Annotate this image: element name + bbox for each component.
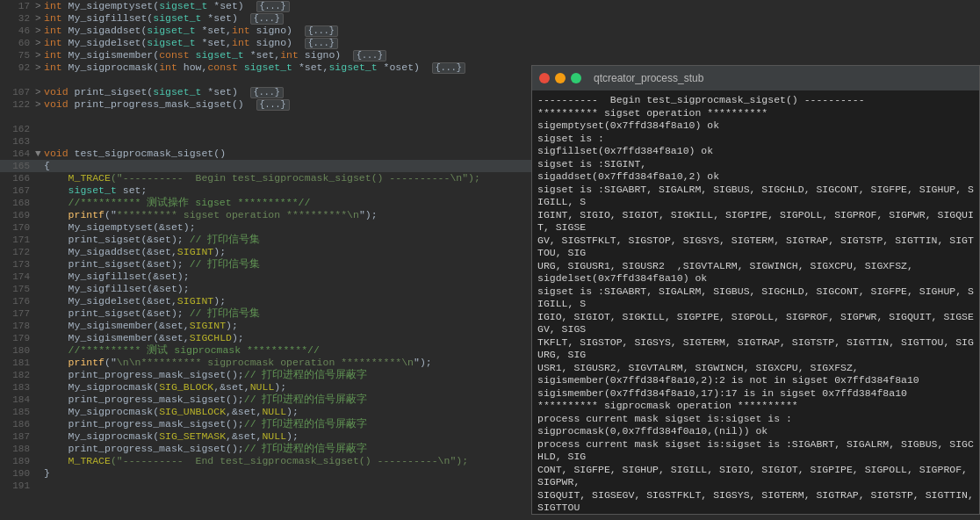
terminal-line: USR1, SIGUSR2, SIGVTALRM, SIGWINCH, SIGX…: [537, 362, 974, 375]
line-number: 191: [4, 480, 30, 492]
terminal-line: sigset is :SIGINT,: [537, 158, 974, 171]
line-content: M_TRACE("---------- Begin test_sigprocma…: [44, 172, 480, 184]
code-line: 173 print_sigset(&set); // 打印信号集: [0, 258, 531, 271]
code-line: 172 My_sigaddset(&set,SIGINT);: [0, 246, 531, 258]
line-number: 183: [4, 381, 30, 394]
terminal-line: sigprocmask(0,0x7ffd384f0a10,(nil)) ok: [537, 425, 974, 438]
code-line: 184 print_progress_mask_sigset();// 打印进程…: [0, 394, 531, 406]
line-number: 167: [4, 184, 30, 197]
code-line: 187 My_sigprocmask(SIG_SETMASK,&set,NULL…: [0, 430, 531, 443]
code-line: 186 print_progress_mask_sigset();// 打印进程…: [0, 418, 531, 430]
line-content: //********** 测试操作 sigset **********//: [44, 197, 310, 209]
line-number: 188: [4, 443, 30, 455]
fold-arrow[interactable]: >: [35, 98, 44, 111]
terminal-line: sigdelset(0x7ffd384f8a10) ok: [537, 272, 974, 285]
terminal-line: sigemptyset(0x7ffd384f8a10) ok: [537, 119, 974, 133]
line-content: printf("\n\n********** sigprocmask opera…: [44, 357, 432, 369]
line-content: print_sigset(&set); // 打印信号集: [44, 258, 260, 271]
code-line: 182 print_progress_mask_sigset();// 打印进程…: [0, 369, 531, 381]
code-line: 17>int My_sigemptyset(sigset_t *set) {..…: [0, 0, 531, 12]
line-number: 107: [4, 86, 30, 98]
line-content: My_sigismember(&set,SIGINT);: [44, 320, 238, 332]
terminal-line: IGINT, SIGIO, SIGIOT, SIGKILL, SIGPIPE, …: [537, 209, 974, 235]
terminal-line: ********** sigprocmask operation *******…: [537, 400, 974, 413]
terminal-line: TKFLT, SIGSTOP, SIGSYS, SIGTERM, SIGTRAP…: [537, 336, 974, 362]
line-number: 186: [4, 418, 30, 430]
terminal-line: sigset is :: [537, 133, 974, 146]
line-number: 163: [4, 135, 30, 148]
code-editor: 17>int My_sigemptyset(sigset_t *set) {..…: [0, 0, 531, 520]
line-number: 165: [4, 160, 30, 172]
code-line: 171 print_sigset(&set); // 打印信号集: [0, 234, 531, 246]
fold-arrow[interactable]: >: [35, 37, 44, 49]
fold-arrow[interactable]: >: [35, 49, 44, 61]
line-number: 179: [4, 332, 30, 344]
line-content: void print_progress_mask_sigset() {...}: [44, 98, 290, 112]
code-line: 180 //********** 测试 sigprocmask ********…: [0, 344, 531, 357]
fold-arrow[interactable]: ▼: [35, 148, 44, 160]
code-line: 174 My_sigfillset(&set);: [0, 271, 531, 283]
line-content: int My_sigdelset(sigset_t *set,int signo…: [44, 37, 338, 50]
line-content: print_progress_mask_sigset();// 打印进程的信号屏…: [44, 394, 367, 406]
line-number: 176: [4, 295, 30, 307]
maximize-button[interactable]: [571, 73, 581, 83]
terminal-line: process current mask sigset is:sigset is…: [537, 413, 974, 426]
line-content: My_sigprocmask(SIG_UNBLOCK,&set,NULL);: [44, 406, 299, 418]
code-line: 164▼void test_sigprocmask_sigset(): [0, 148, 531, 160]
line-number: 46: [4, 25, 30, 37]
line-number: 168: [4, 197, 30, 209]
line-number: 32: [4, 12, 30, 25]
fold-arrow[interactable]: >: [35, 61, 44, 74]
code-line: 107>void print_sigset(sigset_t *set) {..…: [0, 86, 531, 98]
line-number: 92: [4, 61, 30, 74]
line-number: 181: [4, 357, 30, 369]
terminal-line: CONT, SIGFPE, SIGHUP, SIGILL, SIGIO, SIG…: [537, 464, 974, 489]
terminal-line: sigfillset(0x7ffd384f8a10) ok: [537, 145, 974, 158]
line-number: 184: [4, 394, 30, 406]
line-content: print_progress_mask_sigset();// 打印进程的信号屏…: [44, 418, 367, 430]
fold-arrow[interactable]: >: [35, 0, 44, 12]
line-content: void test_sigprocmask_sigset(): [44, 148, 226, 160]
line-number: 164: [4, 148, 30, 160]
line-content: print_progress_mask_sigset();// 打印进程的信号屏…: [44, 369, 367, 381]
code-line: 122>void print_progress_mask_sigset() {.…: [0, 98, 531, 111]
code-line: 179 My_sigismember(&set,SIGCHLD);: [0, 332, 531, 344]
line-number: 174: [4, 271, 30, 283]
line-content: My_sigemptyset(&set);: [44, 221, 196, 234]
terminal-line: sigset is :SIGABRT, SIGALRM, SIGBUS, SIG…: [537, 184, 974, 209]
terminal-line: URG, SIGUSR1, SIGUSR2 ,SIGVTALRM, SIGWIN…: [537, 260, 974, 273]
line-content: //********** 测试 sigprocmask **********//: [44, 344, 320, 357]
code-line: 162: [0, 123, 531, 135]
minimize-button[interactable]: [555, 73, 566, 83]
terminal-line: IGIO, SIGIOT, SIGKILL, SIGPIPE, SIGPOLL,…: [537, 311, 974, 336]
line-content: M_TRACE("---------- End test_sigprocmask…: [44, 455, 468, 467]
close-button[interactable]: [539, 73, 550, 83]
code-line: 185 My_sigprocmask(SIG_UNBLOCK,&set,NULL…: [0, 406, 531, 418]
code-line: 178 My_sigismember(&set,SIGINT);: [0, 320, 531, 332]
fold-arrow[interactable]: >: [35, 25, 44, 37]
line-content: My_sigprocmask(SIG_SETMASK,&set,NULL);: [44, 430, 299, 443]
terminal-line: sigismember(0x7ffd384f8a10,2):2 is not i…: [537, 374, 974, 387]
line-content: My_sigaddset(&set,SIGINT);: [44, 246, 226, 258]
line-number: 175: [4, 283, 30, 295]
fold-arrow[interactable]: >: [35, 12, 44, 25]
terminal-body[interactable]: ---------- Begin test_sigprocmask_sigset…: [532, 90, 979, 514]
line-number: 162: [4, 123, 30, 135]
terminal-titlebar: qtcreator_process_stub: [532, 66, 979, 90]
code-line: 167 sigset_t set;: [0, 184, 531, 197]
line-content: int My_sigprocmask(int how,const sigset_…: [44, 61, 465, 75]
code-line: 170 My_sigemptyset(&set);: [0, 221, 531, 234]
line-content: void print_sigset(sigset_t *set) {...}: [44, 86, 284, 99]
line-content: My_sigfillset(&set);: [44, 283, 190, 295]
code-line: 189 M_TRACE("---------- End test_sigproc…: [0, 455, 531, 467]
fold-arrow[interactable]: >: [35, 86, 44, 98]
line-number: 172: [4, 246, 30, 258]
code-line: [0, 111, 531, 123]
terminal-line: process current mask sigset is:sigset is…: [537, 438, 974, 464]
code-line: 176 My_sigdelset(&set,SIGINT);: [0, 295, 531, 307]
code-line: [0, 74, 531, 86]
line-number: 166: [4, 172, 30, 184]
code-line: 190 }: [0, 467, 531, 480]
code-line: 166 M_TRACE("---------- Begin test_sigpr…: [0, 172, 531, 184]
terminal-line: sigset is :SIGABRT, SIGALRM, SIGBUS, SIG…: [537, 285, 974, 311]
